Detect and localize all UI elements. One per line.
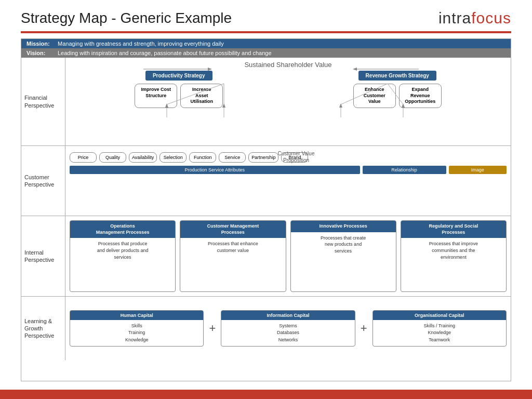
quality-box: Quality [99,152,126,163]
shareholder-value-title: Sustained Shareholder Value [70,61,507,69]
innovative-header: Innovative Processes [291,221,396,232]
bottom-bar [0,390,532,399]
regulatory-col: Regulatory and SocialProcesses Processes… [401,220,507,292]
learning-perspective: Learning &GrowthPerspective Human Capita… [21,297,511,360]
operations-body: Processes that produceand deliver produc… [70,238,175,263]
customer-perspective: CustomerPerspective Customer ValuePropos… [21,146,511,216]
vision-row: Vision: Leading with inspiration and cou… [21,48,511,58]
logo: intrafocus [438,9,511,27]
logo-prefix: intra [438,9,471,26]
mission-text: Managing with greatness and strength, im… [58,41,224,47]
productivity-boxes: Improve CostStructure IncreaseAssetUtili… [135,84,223,108]
enhance-customer-box: EnhanceCustomerValue [353,84,396,108]
page-title: Strategy Map - Generic Example [21,10,232,26]
mission-label: Mission: [26,41,58,47]
financial-content: Sustained Shareholder Value Productivity… [65,58,511,145]
regulatory-header: Regulatory and SocialProcesses [401,221,506,238]
service-box: Service [219,152,246,163]
production-service-bar: Production Service Attributes [70,166,360,174]
human-capital-body: SkillsTrainingKnowledge [70,320,203,347]
improve-cost-box: Improve CostStructure [135,84,177,108]
mission-row: Mission: Managing with greatness and str… [21,39,511,48]
learning-content: Human Capital SkillsTrainingKnowledge + … [65,297,511,360]
regulatory-body: Processes that improvecommunities and th… [401,238,506,263]
customer-mgmt-body: Processes that enhancecustomer value [180,238,285,256]
strategies-row: Productivity Strategy Improve CostStruct… [70,71,507,108]
organisational-capital-col: Organisational Capital Skills / Training… [373,310,507,347]
operations-col: OperationsManagement Processes Processes… [70,220,176,292]
human-capital-header: Human Capital [70,311,203,320]
customer-content: Customer ValueProposition Price Quality … [65,146,511,216]
plus-1: + [207,322,218,335]
selection-box: Selection [159,152,187,163]
organisational-capital-body: Skills / TrainingKnowledgeTeamwork [373,320,506,347]
plus-2: + [358,322,369,335]
customer-mgmt-header: Customer ManagementProcesses [180,221,285,238]
revenue-strategy-header: Revenue Growth Strategy [358,71,436,81]
header-divider [21,31,511,33]
availability-box: Availability [129,152,157,163]
partnership-box: Partnership [248,152,278,163]
price-box: Price [70,152,97,163]
information-capital-col: Information Capital SystemsDatabasesNetw… [221,310,355,347]
information-capital-header: Information Capital [221,311,354,320]
vision-label: Vision: [26,50,58,56]
internal-perspective: InternalPerspective OperationsManagement… [21,216,511,297]
information-capital-body: SystemsDatabasesNetworks [221,320,354,347]
vision-text: Leading with inspiration and courage, pa… [58,50,272,56]
revenue-boxes: EnhanceCustomerValue ExpandRevenueOpport… [353,84,442,108]
image-bar: Image [449,166,507,174]
financial-label: FinancialPerspective [21,58,65,145]
productivity-strategy-group: Productivity Strategy Improve CostStruct… [135,71,223,108]
learning-label: Learning &GrowthPerspective [21,297,65,360]
function-box: Function [189,152,216,163]
relationship-bar: Relationship [363,166,446,174]
attribute-bars: Production Service Attributes Relationsh… [70,166,507,174]
productivity-strategy-header: Productivity Strategy [145,71,212,81]
cvp-label: Customer ValueProposition [278,150,315,164]
strategy-map-diagram: Mission: Managing with greatness and str… [21,38,511,381]
innovative-col: Innovative Processes Processes that crea… [290,220,396,292]
human-capital-col: Human Capital SkillsTrainingKnowledge [70,310,204,347]
revenue-strategy-group: Revenue Growth Strategy EnhanceCustomerV… [353,71,442,108]
logo-suffix: focus [471,9,511,26]
customer-mgmt-col: Customer ManagementProcesses Processes t… [180,220,286,292]
page-header: Strategy Map - Generic Example intrafocu… [0,0,532,31]
operations-header: OperationsManagement Processes [70,221,175,238]
increase-asset-box: IncreaseAssetUtilisation [180,84,223,108]
organisational-capital-header: Organisational Capital [373,311,506,320]
internal-label: InternalPerspective [21,216,65,296]
expand-revenue-box: ExpandRevenueOpportunities [399,84,442,108]
internal-content: OperationsManagement Processes Processes… [65,216,511,296]
financial-perspective: FinancialPerspective [21,58,511,146]
innovative-body: Processes that createnew products andser… [291,232,396,257]
customer-label: CustomerPerspective [21,146,65,216]
